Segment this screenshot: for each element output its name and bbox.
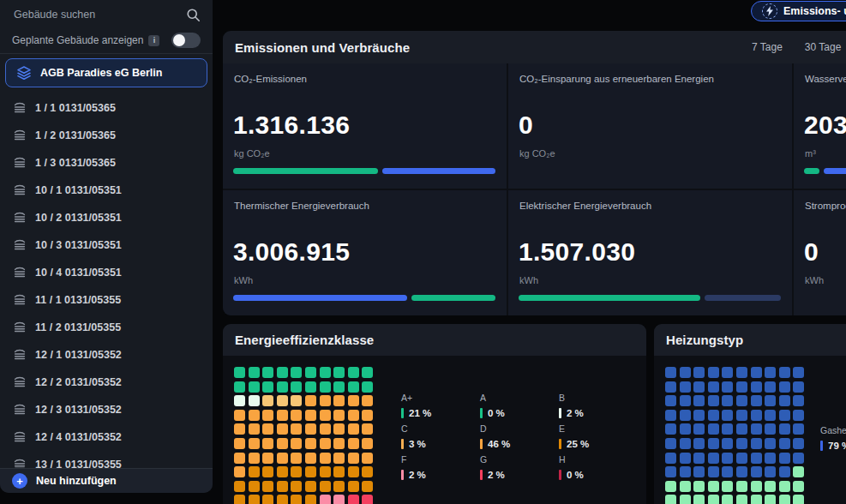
layers-icon	[16, 65, 32, 81]
metric-unit: kWh	[519, 275, 538, 285]
planned-buildings-toggle[interactable]	[171, 33, 201, 48]
waffle-cell	[362, 438, 373, 449]
waffle-cell	[249, 410, 260, 421]
time-range-option[interactable]: 30 Tage	[805, 41, 842, 53]
waffle-cell	[320, 466, 331, 477]
report-button-label: Emissions- und	[783, 5, 846, 17]
legend-value-row: 79 %	[820, 439, 846, 453]
waffle-cell	[693, 438, 705, 449]
waffle-cell	[779, 410, 790, 421]
waffle-cell	[680, 381, 691, 393]
waffle-cell	[234, 466, 245, 477]
sidebar-divider	[0, 53, 213, 54]
waffle-cell	[708, 495, 719, 504]
building-icon	[13, 375, 27, 389]
emissions-panel-title: Emissionen und Verbräuche	[235, 40, 410, 55]
bar-segment	[411, 295, 495, 301]
waffle-cell	[362, 410, 373, 421]
bolt-icon	[762, 3, 777, 19]
waffle-cell	[693, 395, 705, 406]
legend-label: E	[559, 423, 638, 435]
waffle-cell	[333, 410, 345, 421]
add-building-button[interactable]: + Neu hinzufügen	[0, 468, 213, 493]
waffle-cell	[291, 438, 302, 449]
building-list-item[interactable]: 1 / 2 0131/05365	[0, 122, 213, 149]
building-list-item[interactable]: 12 / 1 0131/05352	[0, 341, 213, 369]
waffle-cell	[348, 423, 359, 435]
waffle-cell	[249, 466, 260, 477]
waffle-cell	[708, 453, 719, 464]
waffle-cell	[348, 453, 359, 464]
building-list-item[interactable]: 11 / 1 0131/05355	[0, 286, 213, 314]
building-item-label: 11 / 1 0131/05355	[35, 294, 121, 306]
building-list-item[interactable]: 10 / 4 0131/05351	[0, 259, 213, 286]
time-range-selector: 7 Tage30 Tage3	[752, 31, 846, 63]
waffle-cell	[333, 423, 345, 435]
waffle-cell	[320, 367, 331, 378]
building-icon	[13, 430, 27, 444]
legend-value: 0 %	[488, 406, 505, 420]
waffle-cell	[305, 495, 316, 504]
waffle-cell	[793, 381, 804, 393]
building-item-label: 1 / 1 0131/05365	[35, 102, 116, 114]
building-icon	[13, 293, 27, 307]
building-list-item[interactable]: 1 / 1 0131/05365	[0, 94, 213, 122]
waffle-cell	[305, 438, 316, 449]
waffle-cell	[779, 495, 790, 504]
energy-class-panel: Energieeffizienzklasse A+21 %A0 %B2 %C3 …	[223, 324, 646, 504]
waffle-cell	[779, 438, 790, 449]
waffle-cell	[765, 438, 776, 449]
metric-unit: kWh	[234, 275, 253, 285]
building-list-item[interactable]: 10 / 3 0131/05351	[0, 231, 213, 259]
waffle-cell	[693, 423, 705, 435]
building-icon	[13, 156, 27, 170]
waffle-cell	[262, 453, 273, 464]
plus-icon: +	[12, 473, 27, 489]
waffle-cell	[765, 495, 776, 504]
waffle-cell	[722, 481, 733, 492]
waffle-cell	[234, 481, 245, 492]
waffle-cell	[348, 381, 359, 393]
metric-label: Elektrischer Energieverbrauch	[519, 201, 651, 211]
waffle-cell	[680, 495, 691, 504]
building-list-item[interactable]: 11 / 2 0131/05355	[0, 314, 213, 341]
legend-item: A+21 %	[401, 393, 480, 420]
waffle-cell	[793, 495, 804, 504]
waffle-cell	[736, 495, 747, 504]
waffle-cell	[348, 395, 359, 406]
building-list-item[interactable]: 12 / 4 0131/05352	[0, 423, 213, 451]
building-list-item[interactable]: 1 / 3 0131/05365	[0, 149, 213, 177]
building-search-input[interactable]	[12, 8, 186, 21]
time-range-option[interactable]: 7 Tage	[752, 41, 783, 53]
waffle-cell	[234, 381, 245, 393]
waffle-cell	[665, 438, 676, 449]
waffle-cell	[262, 495, 273, 504]
waffle-cell	[362, 495, 373, 504]
waffle-cell	[708, 466, 719, 477]
heating-panel-title: Heizungstyp	[666, 333, 743, 347]
waffle-cell	[680, 410, 691, 421]
waffle-cell	[291, 410, 302, 421]
report-button[interactable]: Emissions- und	[751, 1, 846, 21]
building-list-item[interactable]: 12 / 3 0131/05352	[0, 396, 213, 423]
waffle-cell	[751, 438, 762, 449]
building-list-item[interactable]: 12 / 2 0131/05352	[0, 369, 213, 396]
building-item-label: 12 / 2 0131/05352	[35, 376, 122, 388]
legend-value-row: 0 %	[480, 406, 559, 420]
metric-card: CO₂-Emissionen1.316.136kg CO₂e	[223, 63, 507, 189]
selected-building[interactable]: AGB Paradies eG Berlin	[5, 58, 207, 87]
legend-swatch	[401, 408, 404, 418]
add-building-label: Neu hinzufügen	[36, 475, 117, 487]
legend-item: C3 %	[401, 423, 480, 451]
waffle-cell	[708, 395, 719, 406]
waffle-cell	[262, 438, 273, 449]
building-item-label: 12 / 3 0131/05352	[35, 404, 122, 416]
heating-panel-header: Heizungstyp	[654, 324, 846, 356]
waffle-cell	[779, 395, 790, 406]
waffle-cell	[708, 438, 719, 449]
waffle-cell	[751, 423, 762, 435]
building-list-item[interactable]: 10 / 1 0131/05351	[0, 177, 213, 204]
waffle-cell	[680, 438, 691, 449]
waffle-cell	[249, 395, 260, 406]
building-list-item[interactable]: 10 / 2 0131/05351	[0, 204, 213, 231]
